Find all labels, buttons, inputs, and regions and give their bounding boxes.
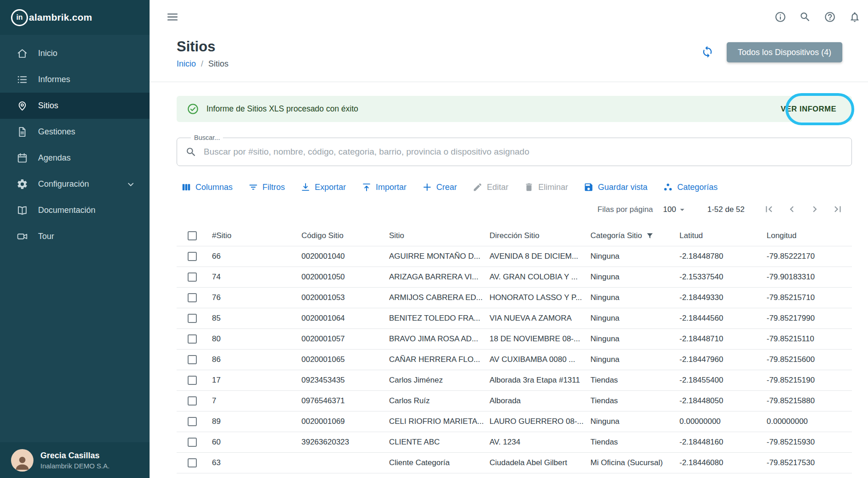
table-row[interactable]: 860020001065CAÑAR HERRERA FLO...AV CUXIB… xyxy=(177,350,852,370)
toolbar-guardar-vista-button[interactable]: Guardar vista xyxy=(584,182,647,192)
row-checkbox[interactable] xyxy=(188,396,197,406)
sidebar-item-configuracion[interactable]: Configuración xyxy=(0,171,150,197)
prev-page-button[interactable] xyxy=(786,203,798,217)
search-button[interactable] xyxy=(799,11,811,24)
row-checkbox[interactable] xyxy=(188,458,197,467)
last-page-icon xyxy=(832,203,844,215)
row-checkbox[interactable] xyxy=(188,293,197,302)
column-header-categoria-sitio[interactable]: Categoría Sitio xyxy=(590,231,679,240)
toolbar-crear-button[interactable]: Crear xyxy=(422,182,457,192)
info-button[interactable] xyxy=(774,11,786,24)
cell-longitud: -79.85215110 xyxy=(767,334,852,344)
cell-latitud: -2.18455400 xyxy=(679,376,767,385)
table-row[interactable]: 63Cliente CategoríaCiudadela Abel Gilber… xyxy=(177,453,852,473)
cell-latitud: -2.18444560 xyxy=(679,314,767,323)
row-checkbox[interactable] xyxy=(188,334,197,344)
row-checkbox[interactable] xyxy=(188,272,197,282)
toolbar-importar-button[interactable]: Importar xyxy=(362,182,406,192)
row-checkbox-cell xyxy=(177,252,212,261)
breadcrumb-separator: / xyxy=(201,59,203,69)
menu-button[interactable] xyxy=(166,11,179,25)
sidebar-item-inicio[interactable]: Inicio xyxy=(0,40,150,67)
sidebar-item-sitios[interactable]: Sitios xyxy=(0,93,150,119)
column-header-sitio[interactable]: #Sitio xyxy=(212,231,301,240)
table-row[interactable]: 800020001057BRAVO JIMA ROSA AD...18 DE N… xyxy=(177,329,852,350)
cell-direccion-sitio: AV CUXIBAMBA 0080 ... xyxy=(490,355,590,364)
row-checkbox[interactable] xyxy=(188,438,197,447)
video-icon xyxy=(17,231,28,242)
table-row[interactable]: 740020001050ARIZAGA BARRERA VI...AV. GRA… xyxy=(177,267,852,288)
cell-latitud: -2.18448050 xyxy=(679,396,767,406)
cell-direccion-sitio: Alborada 3ra Etapa #1311 xyxy=(490,376,590,385)
table-header-row: #SitioCódigo SitioSitioDirección SitioCa… xyxy=(177,226,852,246)
toolbar-button-label: Editar xyxy=(487,183,508,192)
cell-direccion-sitio: LAURO GUERRERO 08-... xyxy=(490,417,590,426)
select-all-checkbox[interactable] xyxy=(188,231,197,240)
table-row[interactable]: 760020001053ARMIJOS CABRERA ED...HONORAT… xyxy=(177,288,852,308)
column-header-label: Longitud xyxy=(767,231,796,240)
help-button[interactable] xyxy=(824,11,836,24)
info-icon xyxy=(774,11,786,23)
row-checkbox[interactable] xyxy=(188,417,197,426)
row-checkbox-cell xyxy=(177,355,212,364)
column-header-longitud[interactable]: Longitud xyxy=(767,231,852,240)
cell-sitio-num: 89 xyxy=(212,417,301,426)
sidebar-item-tour[interactable]: Tour xyxy=(0,223,150,250)
toolbar-categorias-button[interactable]: Categorías xyxy=(663,182,718,192)
table-row[interactable]: 6039263620323CLIENTE ABCAV. 1234Tiendas-… xyxy=(177,432,852,453)
devices-button[interactable]: Todos los Dispositivos (4) xyxy=(727,42,842,62)
cell-longitud: -79.85215880 xyxy=(767,396,852,406)
refresh-button[interactable] xyxy=(701,45,714,60)
columns-icon xyxy=(181,182,191,192)
ver-informe-button[interactable]: VER INFORME xyxy=(775,101,842,117)
row-checkbox[interactable] xyxy=(188,252,197,261)
user-area[interactable]: Grecia Casillas Inalambrik DEMO S.A. xyxy=(0,442,150,478)
cell-longitud: -79.85215930 xyxy=(767,438,852,447)
table-row[interactable]: 850020001064BENITEZ TOLEDO FRA...VIA NUE… xyxy=(177,308,852,329)
toolbar-button-label: Exportar xyxy=(315,183,346,192)
search-label: Buscar... xyxy=(191,134,223,141)
sidebar-item-agendas[interactable]: Agendas xyxy=(0,145,150,171)
file-icon xyxy=(17,126,28,138)
toolbar-button-label: Columnas xyxy=(195,183,233,192)
cell-sitio: BRAVO JIMA ROSA AD... xyxy=(389,334,490,344)
cell-codigo-sitio: 0020001065 xyxy=(301,355,389,364)
table-row[interactable]: 170923453435Carlos JiménezAlborada 3ra E… xyxy=(177,370,852,391)
brand-logo[interactable]: in alambrik.com xyxy=(0,0,150,35)
toolbar-editar-button: Editar xyxy=(473,182,508,192)
table-row[interactable]: 70976546371Carlos RuízAlboradaTiendas-2.… xyxy=(177,391,852,411)
table-row[interactable]: 660020001040AGUIRRE MONTAÑO D...AVENIDA … xyxy=(177,246,852,267)
row-checkbox[interactable] xyxy=(188,314,197,323)
row-checkbox-cell xyxy=(177,376,212,385)
last-page-button[interactable] xyxy=(832,203,844,217)
column-header-label: Sitio xyxy=(389,231,404,240)
cell-codigo-sitio: 0020001053 xyxy=(301,293,389,302)
sidebar-item-informes[interactable]: Informes xyxy=(0,67,150,93)
cell-sitio: Carlos Jiménez xyxy=(389,376,490,385)
row-checkbox[interactable] xyxy=(188,355,197,364)
breadcrumb-link-inicio[interactable]: Inicio xyxy=(177,59,196,69)
column-header-label: Dirección Sitio xyxy=(490,231,540,240)
table-row[interactable]: 890020001069CELI RIOFRIO MARIETA...LAURO… xyxy=(177,411,852,432)
next-page-button[interactable] xyxy=(809,203,821,217)
cell-longitud: -79.85217530 xyxy=(767,458,852,467)
rows-per-page-select[interactable]: 100 xyxy=(663,205,687,215)
sidebar-item-documentacion[interactable]: Documentación xyxy=(0,197,150,223)
cell-latitud: 0.00000000 xyxy=(679,417,767,426)
search-input[interactable] xyxy=(203,146,843,157)
column-header-latitud[interactable]: Latitud xyxy=(679,231,767,240)
first-page-button[interactable] xyxy=(763,203,775,217)
notifications-button[interactable] xyxy=(849,11,861,24)
row-checkbox[interactable] xyxy=(188,376,197,385)
hamburger-icon xyxy=(166,11,179,23)
funnel-icon[interactable] xyxy=(645,232,654,240)
toolbar-columnas-button[interactable]: Columnas xyxy=(181,182,233,192)
sync-icon xyxy=(701,45,714,58)
column-header-codigo-sitio[interactable]: Código Sitio xyxy=(301,231,389,240)
column-header-sitio[interactable]: Sitio xyxy=(389,231,490,240)
toolbar-filtros-button[interactable]: Filtros xyxy=(248,182,285,192)
sidebar-item-gestiones[interactable]: Gestiones xyxy=(0,119,150,145)
cell-codigo-sitio: 0020001040 xyxy=(301,252,389,261)
toolbar-exportar-button[interactable]: Exportar xyxy=(300,182,346,192)
column-header-direccion-sitio[interactable]: Dirección Sitio xyxy=(490,231,590,240)
